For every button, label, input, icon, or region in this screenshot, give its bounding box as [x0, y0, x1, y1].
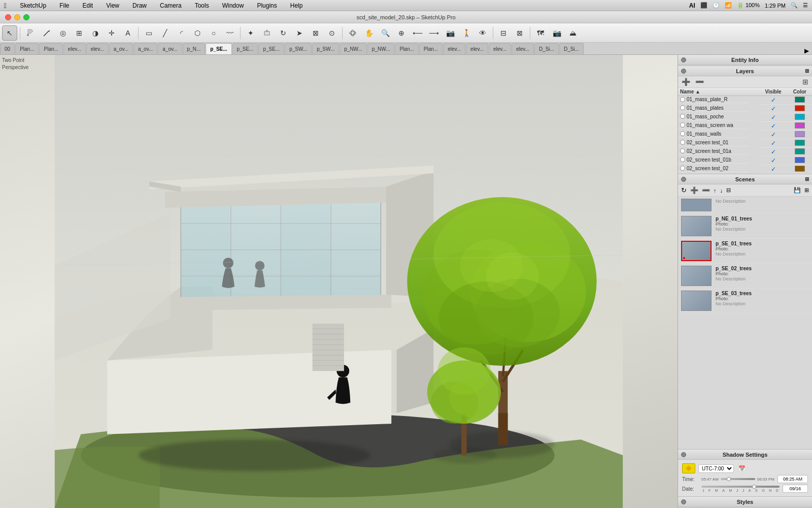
walk-tool[interactable]: 🚶: [459, 25, 474, 41]
orbit-tool[interactable]: [345, 25, 360, 41]
styles-header[interactable]: Styles: [678, 497, 812, 507]
scenes-up-btn[interactable]: ↑: [713, 186, 718, 195]
layer-row-5[interactable]: 02_screen test_01 ✓: [678, 139, 812, 148]
layer-checkmark-5[interactable]: ✓: [771, 140, 776, 147]
tab-pSE[interactable]: p_SE...: [206, 43, 231, 54]
layer-checkmark-8[interactable]: ✓: [771, 166, 776, 173]
layer-row-6[interactable]: 02_screen test_01a ✓: [678, 148, 812, 156]
layer-checkmark-0[interactable]: ✓: [771, 97, 776, 104]
tab-pNW2[interactable]: p_NW...: [367, 43, 395, 54]
layer-checkmark-2[interactable]: ✓: [771, 114, 776, 121]
add-photo[interactable]: 📷: [549, 25, 564, 41]
add-location[interactable]: 🗺: [533, 25, 548, 41]
toggle-terrain[interactable]: ⛰: [565, 25, 581, 41]
tab-pSE3[interactable]: p_SE...: [258, 43, 284, 54]
entity-info-header[interactable]: Entity Info: [678, 55, 812, 65]
push-pull-tool[interactable]: [259, 25, 275, 41]
scenes-list[interactable]: No Description p_NE_01_trees Photo: No D…: [678, 197, 812, 449]
layer-color-cell-6[interactable]: [788, 148, 812, 156]
layer-radio-3[interactable]: [680, 122, 685, 128]
date-slider[interactable]: [701, 486, 780, 488]
tab-pSE2[interactable]: p_SE...: [232, 43, 258, 54]
tab-plan1[interactable]: Plan...: [15, 43, 39, 54]
menu-help[interactable]: Help: [288, 1, 305, 10]
menu-window[interactable]: Window: [220, 1, 246, 10]
pan-tool[interactable]: ✋: [361, 25, 377, 41]
layers-scroll[interactable]: Name ▲ Visible Color 01_mass_plate_R ✓: [678, 88, 812, 174]
zoom-extents[interactable]: ⊕: [394, 25, 409, 41]
scenes-refresh-btn[interactable]: ↻: [680, 185, 688, 195]
menu-sketchup[interactable]: SketchUp: [18, 1, 48, 10]
scene-row-3[interactable]: p_SE_03_trees Photo: No Description: [678, 289, 812, 313]
remove-layer-btn[interactable]: ➖: [694, 77, 705, 86]
tab-elev5[interactable]: elev...: [489, 43, 511, 54]
layer-radio-cell[interactable]: 01_mass_plates: [678, 105, 749, 112]
date-value-input[interactable]: [783, 485, 808, 493]
layer-color-cell-0[interactable]: [788, 96, 812, 105]
tab-aov2[interactable]: a_ov...: [133, 43, 157, 54]
layers-options-btn[interactable]: ⊞: [801, 77, 810, 86]
layer-radio-cell[interactable]: 01_mass_poche: [678, 113, 749, 120]
layer-swatch-6[interactable]: [795, 148, 805, 154]
polygon-tool[interactable]: ⬡: [190, 25, 205, 41]
layer-radio-7[interactable]: [680, 157, 685, 162]
time-slider-thumb[interactable]: [727, 477, 731, 481]
layer-radio-cell[interactable]: 02_screen test_02: [678, 165, 749, 172]
shadow-calendar-icon[interactable]: 📅: [737, 463, 747, 473]
maximize-button[interactable]: [23, 14, 29, 20]
layer-radio-cell[interactable]: 02_screen test_01b: [678, 156, 749, 164]
menu-icon[interactable]: ☰: [803, 2, 808, 9]
tab-00[interactable]: 00: [0, 43, 15, 54]
freehand-tool[interactable]: 〰: [222, 25, 238, 41]
layer-swatch-2[interactable]: [795, 114, 805, 120]
layer-visible-cell-7[interactable]: ✓: [759, 156, 788, 165]
layer-swatch-7[interactable]: [795, 157, 805, 163]
layer-color-cell-7[interactable]: [788, 156, 812, 165]
scenes-remove-btn[interactable]: ➖: [701, 185, 711, 195]
layer-visible-cell-0[interactable]: ✓: [759, 96, 788, 105]
layer-color-cell-4[interactable]: [788, 131, 812, 139]
add-layer-btn[interactable]: ➕: [680, 77, 692, 86]
scenes-down-btn[interactable]: ↓: [719, 186, 724, 195]
layer-radio-4[interactable]: [680, 131, 685, 136]
layer-radio-cell[interactable]: 02_screen test_01: [678, 139, 749, 146]
layer-checkmark-6[interactable]: ✓: [771, 148, 776, 155]
scene-row-partial[interactable]: No Description: [678, 197, 812, 214]
tab-pN[interactable]: p_N...: [183, 43, 206, 54]
previous-view[interactable]: ⟵: [410, 25, 425, 41]
layer-row-8[interactable]: 02_screen test_02 ✓: [678, 165, 812, 174]
shadow-header[interactable]: Shadow Settings: [678, 450, 812, 460]
scale-tool[interactable]: ⊠: [308, 25, 323, 41]
move-tool[interactable]: ✦: [243, 25, 258, 41]
layer-row-2[interactable]: 01_mass_poche ✓: [678, 113, 812, 122]
tab-dsi2[interactable]: D_Si...: [559, 43, 584, 54]
layer-radio-2[interactable]: [680, 114, 685, 119]
layer-color-cell-5[interactable]: [788, 139, 812, 148]
arc-tool[interactable]: ◜: [174, 25, 189, 41]
tab-elev4[interactable]: elev...: [466, 43, 488, 54]
layer-visible-cell-4[interactable]: ✓: [759, 131, 788, 139]
layer-swatch-4[interactable]: [795, 131, 805, 137]
3d-text[interactable]: A: [120, 25, 136, 41]
time-value-input[interactable]: [777, 475, 808, 483]
time-slider[interactable]: [721, 478, 755, 480]
layer-col-visible[interactable]: Visible: [759, 88, 788, 96]
pencil-tool[interactable]: [39, 25, 54, 41]
layer-visible-cell-6[interactable]: ✓: [759, 148, 788, 156]
tab-plan2[interactable]: Plan...: [39, 43, 62, 54]
section-cut[interactable]: ⊠: [512, 25, 527, 41]
layer-row-0[interactable]: 01_mass_plate_R ✓: [678, 96, 812, 105]
layer-swatch-0[interactable]: [795, 97, 805, 103]
axes-tool[interactable]: ✛: [104, 25, 119, 41]
apple-menu[interactable]: : [4, 2, 7, 10]
layer-radio-0[interactable]: [680, 97, 685, 102]
layer-visible-cell-8[interactable]: ✓: [759, 165, 788, 174]
scenes-options-btn[interactable]: ⊞: [803, 186, 810, 195]
menu-edit[interactable]: Edit: [81, 1, 95, 10]
date-slider-thumb[interactable]: [752, 485, 756, 489]
tape-measure[interactable]: ⊞: [72, 25, 87, 41]
layer-radio-1[interactable]: [680, 105, 685, 110]
protractor[interactable]: ◑: [88, 25, 103, 41]
tab-elev6[interactable]: elev...: [512, 43, 534, 54]
layer-radio-cell[interactable]: 01_mass_walls: [678, 131, 749, 138]
